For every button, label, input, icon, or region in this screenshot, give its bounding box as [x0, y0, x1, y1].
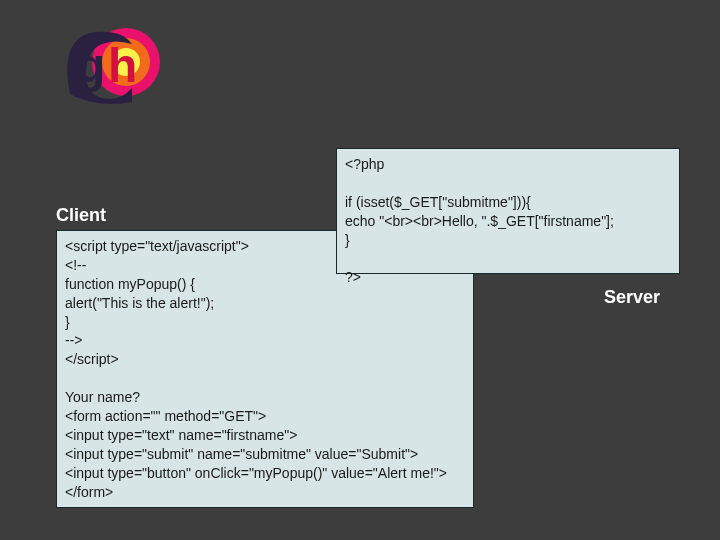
- gh-logo-icon: g h: [62, 24, 166, 104]
- server-code-box: <?php if (isset($_GET["submitme"])){ ech…: [336, 148, 680, 274]
- svg-text:h: h: [108, 39, 137, 92]
- server-label: Server: [604, 287, 660, 308]
- brand-logo: g h: [62, 24, 166, 104]
- client-label: Client: [56, 205, 106, 226]
- svg-text:g: g: [76, 39, 105, 92]
